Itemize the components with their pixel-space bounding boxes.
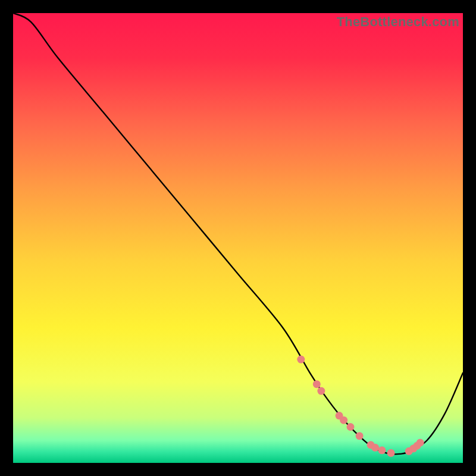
data-marker (340, 416, 347, 424)
gradient-background (13, 13, 463, 463)
plot-area: TheBottleneck.com (13, 13, 463, 463)
data-marker (416, 439, 424, 446)
data-marker (297, 356, 305, 364)
chart-svg (13, 13, 463, 463)
data-marker (387, 449, 395, 457)
data-marker (313, 380, 321, 388)
watermark-text: TheBottleneck.com (337, 14, 459, 30)
data-marker (347, 423, 355, 431)
data-marker (317, 387, 325, 395)
chart-frame: TheBottleneck.com (0, 0, 476, 476)
data-marker (378, 446, 386, 454)
data-marker (371, 444, 379, 452)
data-marker (356, 432, 364, 440)
